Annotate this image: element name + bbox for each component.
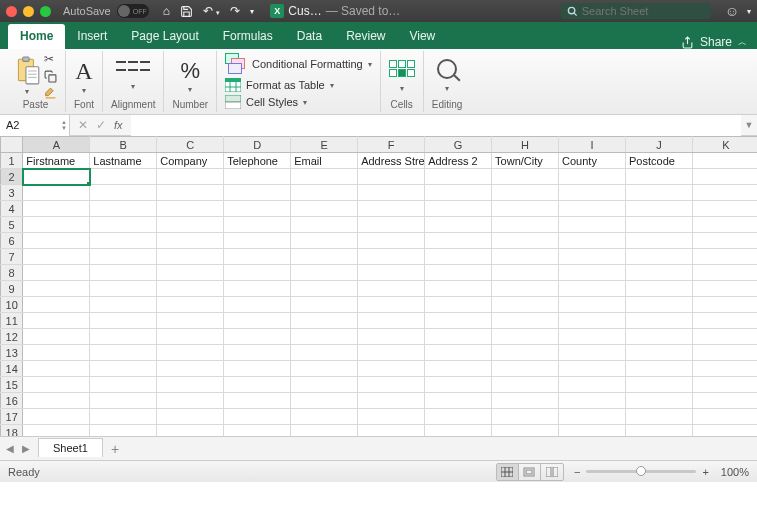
column-header-G[interactable]: G — [425, 137, 492, 153]
cut-icon[interactable]: ✂ — [44, 52, 57, 66]
cell-D8[interactable] — [224, 265, 291, 281]
cell-J15[interactable] — [626, 377, 693, 393]
row-header-4[interactable]: 4 — [1, 201, 23, 217]
cell-J13[interactable] — [626, 345, 693, 361]
row-header-12[interactable]: 12 — [1, 329, 23, 345]
cell-F7[interactable] — [358, 249, 425, 265]
cell-G18[interactable] — [425, 425, 492, 437]
cell-F13[interactable] — [358, 345, 425, 361]
home-icon[interactable]: ⌂ — [163, 4, 170, 18]
column-header-A[interactable]: A — [23, 137, 90, 153]
cell-B16[interactable] — [90, 393, 157, 409]
cell-J4[interactable] — [626, 201, 693, 217]
view-page-layout-icon[interactable] — [519, 464, 541, 480]
cell-K10[interactable] — [693, 297, 758, 313]
cell-G3[interactable] — [425, 185, 492, 201]
cell-G8[interactable] — [425, 265, 492, 281]
cell-E15[interactable] — [291, 377, 358, 393]
cell-B4[interactable] — [90, 201, 157, 217]
cell-K5[interactable] — [693, 217, 758, 233]
cell-H15[interactable] — [492, 377, 559, 393]
column-header-H[interactable]: H — [492, 137, 559, 153]
cell-D5[interactable] — [224, 217, 291, 233]
cell-D15[interactable] — [224, 377, 291, 393]
cell-A17[interactable] — [23, 409, 90, 425]
row-header-3[interactable]: 3 — [1, 185, 23, 201]
cell-B6[interactable] — [90, 233, 157, 249]
cell-C12[interactable] — [157, 329, 224, 345]
cell-I8[interactable] — [559, 265, 626, 281]
cell-K3[interactable] — [693, 185, 758, 201]
cell-I18[interactable] — [559, 425, 626, 437]
cell-K12[interactable] — [693, 329, 758, 345]
cell-H18[interactable] — [492, 425, 559, 437]
cell-D3[interactable] — [224, 185, 291, 201]
cell-K14[interactable] — [693, 361, 758, 377]
cell-A5[interactable] — [23, 217, 90, 233]
zoom-slider[interactable] — [586, 470, 696, 473]
cell-G13[interactable] — [425, 345, 492, 361]
cell-G17[interactable] — [425, 409, 492, 425]
cell-B2[interactable] — [90, 169, 157, 185]
editing-button[interactable]: ▾ — [437, 59, 457, 93]
undo-icon[interactable]: ↶ ▾ — [203, 4, 220, 18]
cell-F14[interactable] — [358, 361, 425, 377]
cell-H16[interactable] — [492, 393, 559, 409]
cell-B15[interactable] — [90, 377, 157, 393]
cell-J2[interactable] — [626, 169, 693, 185]
cell-D7[interactable] — [224, 249, 291, 265]
cell-A1[interactable]: Firstname — [23, 153, 90, 169]
cell-D13[interactable] — [224, 345, 291, 361]
cell-D12[interactable] — [224, 329, 291, 345]
row-header-10[interactable]: 10 — [1, 297, 23, 313]
row-header-7[interactable]: 7 — [1, 249, 23, 265]
cell-G2[interactable] — [425, 169, 492, 185]
expand-formula-bar-icon[interactable]: ▼ — [741, 120, 757, 130]
cell-K16[interactable] — [693, 393, 758, 409]
cell-D14[interactable] — [224, 361, 291, 377]
cell-A13[interactable] — [23, 345, 90, 361]
autosave-toggle[interactable]: OFF — [117, 4, 149, 18]
add-sheet-button[interactable]: + — [111, 441, 119, 457]
save-icon[interactable] — [180, 5, 193, 18]
cell-styles-button[interactable]: Cell Styles▾ — [225, 95, 372, 109]
cell-C13[interactable] — [157, 345, 224, 361]
cell-F15[interactable] — [358, 377, 425, 393]
cell-A14[interactable] — [23, 361, 90, 377]
cell-B8[interactable] — [90, 265, 157, 281]
cell-C8[interactable] — [157, 265, 224, 281]
collapse-ribbon-icon[interactable]: ︿ — [738, 36, 747, 49]
conditional-formatting-button[interactable]: Conditional Formatting▾ — [225, 53, 372, 75]
cells-button[interactable]: ▾ — [389, 60, 415, 93]
cell-D2[interactable] — [224, 169, 291, 185]
cell-J8[interactable] — [626, 265, 693, 281]
cell-F10[interactable] — [358, 297, 425, 313]
cell-F1[interactable]: Address Street — [358, 153, 425, 169]
cell-A4[interactable] — [23, 201, 90, 217]
search-sheet[interactable] — [561, 3, 711, 19]
cell-E13[interactable] — [291, 345, 358, 361]
cell-J16[interactable] — [626, 393, 693, 409]
cell-H1[interactable]: Town/City — [492, 153, 559, 169]
cell-D1[interactable]: Telephone — [224, 153, 291, 169]
cell-K9[interactable] — [693, 281, 758, 297]
cell-H17[interactable] — [492, 409, 559, 425]
row-header-2[interactable]: 2 — [1, 169, 23, 185]
cell-G14[interactable] — [425, 361, 492, 377]
cell-K18[interactable] — [693, 425, 758, 437]
cell-C3[interactable] — [157, 185, 224, 201]
feedback-icon[interactable]: ☺ — [725, 3, 739, 19]
cell-G5[interactable] — [425, 217, 492, 233]
cell-F9[interactable] — [358, 281, 425, 297]
cell-G15[interactable] — [425, 377, 492, 393]
column-header-K[interactable]: K — [693, 137, 758, 153]
cell-F3[interactable] — [358, 185, 425, 201]
cell-A16[interactable] — [23, 393, 90, 409]
cell-K1[interactable] — [693, 153, 758, 169]
cell-G9[interactable] — [425, 281, 492, 297]
column-header-D[interactable]: D — [224, 137, 291, 153]
tab-formulas[interactable]: Formulas — [211, 24, 285, 49]
cell-E10[interactable] — [291, 297, 358, 313]
cell-I11[interactable] — [559, 313, 626, 329]
cell-B18[interactable] — [90, 425, 157, 437]
